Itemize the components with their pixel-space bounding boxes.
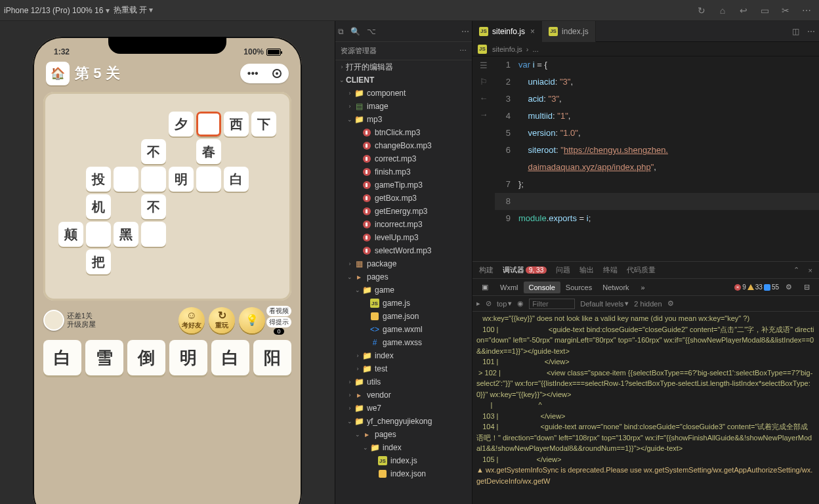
tree-item[interactable]: ›▦package (335, 257, 472, 270)
panel-tab[interactable]: 代码质量 (627, 265, 656, 275)
list-icon[interactable]: ☰ (480, 60, 488, 70)
info-count[interactable]: 55 (764, 284, 779, 291)
error-count[interactable]: ×9 (734, 284, 746, 291)
panel-tab[interactable]: 输出 (579, 265, 594, 275)
tree-item[interactable]: incorrect.mp3 (335, 218, 472, 231)
console-settings-icon[interactable]: ⚙ (667, 299, 674, 308)
explorer-more-icon[interactable]: ⋯ (461, 27, 469, 36)
grid-tile[interactable]: 不 (141, 139, 166, 164)
grid-tile[interactable]: 西 (224, 112, 249, 136)
tree-item[interactable]: ⌄📁game (335, 284, 472, 297)
tree-item[interactable]: <>game.wxml (335, 323, 472, 336)
context-selector[interactable]: top ▾ (497, 299, 512, 308)
home-icon[interactable]: ⌂ (714, 5, 731, 16)
tree-item[interactable]: getBox.mp3 (335, 192, 472, 205)
tree-item[interactable]: getEnergy.mp3 (335, 205, 472, 218)
grid-tile[interactable]: 黑 (114, 222, 138, 247)
devtools-tab[interactable]: Console (524, 282, 560, 293)
tree-item[interactable]: ›📁utils (335, 375, 472, 388)
hidden-count[interactable]: 2 hidden (634, 300, 662, 308)
grid-tile[interactable] (196, 167, 221, 192)
panel-close-icon[interactable]: × (808, 266, 812, 274)
game-home-button[interactable]: 🏠 (46, 62, 70, 85)
tree-item[interactable]: changeBox.mp3 (335, 139, 472, 152)
tree-item[interactable]: ⌄▸pages (335, 270, 472, 284)
grid-tile[interactable]: 明 (169, 167, 194, 192)
tree-item[interactable]: correct.mp3 (335, 152, 472, 165)
editor-more-icon[interactable]: ⋯ (803, 27, 819, 36)
grid-tile[interactable]: 夕 (169, 112, 194, 136)
explorer-menu-icon[interactable]: ⋯ (459, 47, 467, 55)
open-editors-section[interactable]: ›打开的编辑器 (335, 60, 472, 74)
tree-item[interactable]: ⌄📁index (335, 441, 472, 454)
panel-collapse-icon[interactable]: ⌃ (793, 266, 799, 274)
tree-item[interactable]: ⌄▸pages (335, 428, 472, 441)
grid-tile[interactable]: 不 (141, 194, 166, 219)
tab-index[interactable]: JSindex.js (542, 21, 596, 42)
ask-friend-button[interactable]: ☺考好友 (178, 307, 205, 333)
nav-back-icon[interactable]: ← (480, 93, 488, 103)
console-clear-icon[interactable]: ⊘ (486, 299, 492, 308)
devtools-dock-icon[interactable]: ⊟ (799, 281, 815, 293)
devtools-tab[interactable]: Network (597, 282, 634, 293)
tree-item[interactable]: JSindex.js (335, 454, 472, 467)
tree-item[interactable]: #game.wxss (335, 336, 472, 349)
panel-tab[interactable]: 调试器9, 33 (503, 265, 547, 275)
tree-item[interactable]: JSgame.js (335, 297, 472, 310)
grid-tile[interactable]: 机 (86, 194, 111, 219)
answer-tile[interactable]: 雪 (85, 340, 123, 375)
panel-tab[interactable]: 构建 (479, 265, 494, 275)
devtools-tab[interactable]: Wxml (495, 282, 524, 293)
tree-item[interactable]: ›📁test (335, 362, 472, 375)
tree-item[interactable]: ⌄📁yf_chengyujiekong (335, 415, 472, 428)
tree-item[interactable]: selectWord.mp3 (335, 244, 472, 257)
explorer-search-icon[interactable]: 🔍 (350, 27, 360, 36)
answer-tile[interactable]: 白 (43, 340, 81, 375)
hot-reload-toggle[interactable]: 热重载 开 (114, 5, 154, 16)
cut-icon[interactable]: ✂ (777, 5, 794, 16)
grid-tile[interactable] (141, 167, 166, 192)
panel-tab[interactable]: 终端 (603, 265, 618, 275)
answer-tile[interactable]: 倒 (127, 340, 165, 375)
explorer-branch-icon[interactable]: ⌥ (367, 27, 376, 36)
grid-tile[interactable]: 把 (86, 249, 111, 274)
grid-tile[interactable]: 白 (224, 167, 249, 192)
devtools-inspect-icon[interactable]: ▣ (476, 281, 494, 293)
grid-tile[interactable]: 投 (86, 167, 111, 192)
tab-siteinfo[interactable]: JSsiteinfo.js× (472, 21, 542, 42)
close-icon[interactable]: × (530, 27, 535, 36)
rotate-icon[interactable]: ↻ (693, 5, 710, 16)
split-editor-icon[interactable]: ◫ (788, 27, 803, 36)
device-selector[interactable]: iPhone 12/13 (Pro) 100% 16 (4, 6, 110, 15)
grid-tile[interactable] (114, 167, 138, 192)
grid-tile[interactable]: 下 (251, 112, 276, 136)
tree-item[interactable]: ›▸vendor (335, 388, 472, 402)
breadcrumb[interactable]: JSsiteinfo.js›... (472, 42, 819, 56)
panel-tab[interactable]: 问题 (556, 265, 570, 275)
upgrade-house-button[interactable]: 还差1关升级房屋 (43, 310, 96, 331)
code-editor[interactable]: 1var i = { 2 uniacid: "3", 3 acid: "3", … (495, 56, 819, 261)
warning-count[interactable]: 33 (747, 284, 763, 291)
console-toggle-icon[interactable]: ▸ (476, 299, 480, 308)
back-icon[interactable]: ↩ (735, 5, 752, 16)
answer-tile[interactable]: 明 (169, 340, 207, 375)
tree-item[interactable]: ⌄📁mp3 (335, 113, 472, 126)
devtools-tab[interactable]: Sources (560, 282, 597, 293)
replay-button[interactable]: ↻重玩 (209, 307, 235, 333)
devtools-more-icon[interactable]: » (636, 282, 650, 293)
log-levels-selector[interactable]: Default levels ▾ (580, 299, 629, 308)
devtools-settings-icon[interactable]: ⚙ (780, 281, 797, 293)
answer-tile[interactable]: 白 (211, 340, 249, 375)
tree-item[interactable]: ›📁we7 (335, 402, 472, 415)
device-icon[interactable]: ▭ (756, 5, 773, 16)
console-filter-input[interactable] (529, 299, 575, 309)
grid-tile[interactable] (141, 222, 166, 247)
watch-ad-hint-button[interactable]: 💡 看视频 得提示 0 (239, 306, 291, 335)
explorer-split-icon[interactable]: ⧉ (338, 27, 344, 36)
tree-item[interactable]: finish.mp3 (335, 165, 472, 178)
tree-item[interactable]: levelUp.mp3 (335, 231, 472, 244)
grid-tile[interactable]: 颠 (58, 222, 83, 247)
bookmark-icon[interactable]: ⚐ (480, 77, 488, 87)
tree-item[interactable]: ›📁index (335, 349, 472, 362)
grid-tile[interactable] (196, 112, 221, 136)
